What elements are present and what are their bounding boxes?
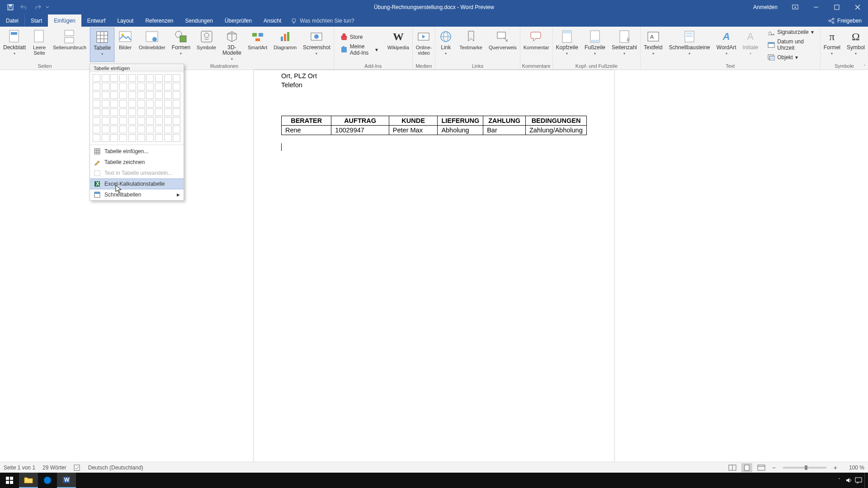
grid-cell[interactable] (102, 117, 109, 125)
tab-ansicht[interactable]: Ansicht (258, 14, 287, 27)
querverweis-button[interactable]: Querverweis (486, 28, 520, 62)
grid-cell[interactable] (137, 134, 145, 142)
grid-cell[interactable] (102, 126, 109, 133)
menu-quick-tables[interactable]: Schnelltabellen▶ (90, 189, 184, 200)
tab-entwurf[interactable]: Entwurf (81, 14, 112, 27)
grid-cell[interactable] (173, 134, 180, 142)
grid-cell[interactable] (164, 91, 172, 99)
grid-cell[interactable] (93, 91, 100, 99)
tab-start[interactable]: Start (25, 14, 48, 27)
grid-cell[interactable] (93, 134, 100, 142)
undo-button[interactable] (17, 1, 31, 14)
grid-cell[interactable] (119, 117, 127, 125)
grid-cell[interactable] (128, 91, 136, 99)
td-kunde[interactable]: Peter Max (389, 126, 438, 135)
grid-cell[interactable] (102, 108, 109, 116)
grid-cell[interactable] (155, 117, 163, 125)
grid-cell[interactable] (128, 108, 136, 116)
grid-cell[interactable] (164, 134, 172, 142)
grid-cell[interactable] (173, 83, 180, 90)
share-button[interactable]: Freigeben (822, 18, 868, 24)
grid-cell[interactable] (146, 108, 154, 116)
grid-cell[interactable] (119, 91, 127, 99)
formel-button[interactable]: πFormel▾ (821, 28, 844, 62)
grid-cell[interactable] (119, 108, 127, 116)
grid-cell[interactable] (137, 91, 145, 99)
th-auftrag[interactable]: AUFTRAG (331, 116, 389, 126)
kopfzeile-button[interactable]: Kopfzeile▾ (553, 28, 581, 62)
grid-cell[interactable] (119, 100, 127, 108)
grid-cell[interactable] (155, 134, 163, 142)
th-lieferung[interactable]: LIEFERUNG (438, 116, 483, 126)
table-size-grid[interactable] (90, 72, 184, 144)
grid-cell[interactable] (128, 74, 136, 82)
fusszeile-button[interactable]: Fußzeile▾ (581, 28, 609, 62)
grid-cell[interactable] (155, 108, 163, 116)
grid-cell[interactable] (93, 126, 100, 133)
grid-cell[interactable] (164, 117, 172, 125)
grid-cell[interactable] (128, 117, 136, 125)
menu-draw-table[interactable]: Tabelle zeichnen (90, 157, 184, 168)
grid-cell[interactable] (93, 83, 100, 90)
th-zahlung[interactable]: ZAHLUNG (483, 116, 526, 126)
grid-cell[interactable] (93, 74, 100, 82)
grid-cell[interactable] (155, 74, 163, 82)
grid-cell[interactable] (119, 83, 127, 90)
grid-cell[interactable] (110, 117, 118, 125)
schnellbausteine-button[interactable]: Schnellbausteine▾ (665, 28, 713, 62)
diagramm-button[interactable]: Diagramm (270, 28, 300, 62)
grid-cell[interactable] (146, 83, 154, 90)
td-lieferung[interactable]: Abholung (438, 126, 483, 135)
th-berater[interactable]: BERATER (282, 116, 331, 126)
formen-button[interactable]: Formen▾ (169, 28, 193, 62)
start-button[interactable] (0, 473, 19, 488)
seitenzahl-button[interactable]: #Seitenzahl▾ (609, 28, 640, 62)
grid-cell[interactable] (173, 126, 180, 133)
store-button[interactable]: Store (337, 33, 382, 42)
language-indicator[interactable]: Deutsch (Deutschland) (88, 465, 143, 471)
symbol-button[interactable]: ΩSymbol▾ (844, 28, 868, 62)
grid-cell[interactable] (155, 91, 163, 99)
zoom-in-button[interactable]: + (832, 464, 839, 471)
tab-layout[interactable]: Layout (111, 14, 139, 27)
grid-cell[interactable] (119, 134, 127, 142)
grid-cell[interactable] (93, 117, 100, 125)
tab-referenzen[interactable]: Referenzen (139, 14, 179, 27)
grid-cell[interactable] (173, 108, 180, 116)
seitenumbruch-button[interactable]: Seitenumbruch (50, 28, 90, 62)
grid-cell[interactable] (110, 100, 118, 108)
tab-ueberpruefen[interactable]: Überprüfen (219, 14, 258, 27)
document-table[interactable]: BERATER AUFTRAG KUNDE LIEFERUNG ZAHLUNG … (281, 116, 587, 135)
grid-cell[interactable] (128, 134, 136, 142)
leere-seite-button[interactable]: Leere Seite (29, 28, 50, 62)
grid-cell[interactable] (110, 108, 118, 116)
collapse-ribbon-button[interactable]: ˆ (864, 65, 865, 70)
read-mode-button[interactable] (727, 463, 738, 472)
minimize-button[interactable] (806, 0, 826, 14)
grid-cell[interactable] (137, 83, 145, 90)
bilder-button[interactable]: Bilder (115, 28, 136, 62)
spellcheck-icon[interactable] (74, 465, 81, 471)
th-bedingungen[interactable]: BEDINGUNGEN (526, 116, 587, 126)
maximize-button[interactable] (826, 0, 847, 14)
grid-cell[interactable] (93, 108, 100, 116)
th-kunde[interactable]: KUNDE (389, 116, 438, 126)
grid-cell[interactable] (128, 126, 136, 133)
textmarke-button[interactable]: Textmarke (456, 28, 486, 62)
close-button[interactable] (847, 0, 868, 14)
show-desktop-button[interactable] (864, 473, 867, 488)
tell-me-search[interactable]: Was möchten Sie tun? (287, 14, 358, 27)
grid-cell[interactable] (155, 100, 163, 108)
grid-cell[interactable] (146, 134, 154, 142)
word-count[interactable]: 29 Wörter (42, 465, 66, 471)
grid-cell[interactable] (164, 100, 172, 108)
grid-cell[interactable] (137, 74, 145, 82)
td-zahlung[interactable]: Bar (483, 126, 526, 135)
grid-cell[interactable] (164, 108, 172, 116)
ribbon-display-options-button[interactable] (785, 0, 806, 14)
smartart-button[interactable]: SmartArt (245, 28, 270, 62)
grid-cell[interactable] (137, 126, 145, 133)
deckblatt-button[interactable]: Deckblatt▾ (0, 28, 29, 62)
textfeld-button[interactable]: ATextfeld▾ (641, 28, 665, 62)
page[interactable]: Ort, PLZ Ort Telefon BERATER AUFTRAG KUN… (254, 70, 614, 474)
